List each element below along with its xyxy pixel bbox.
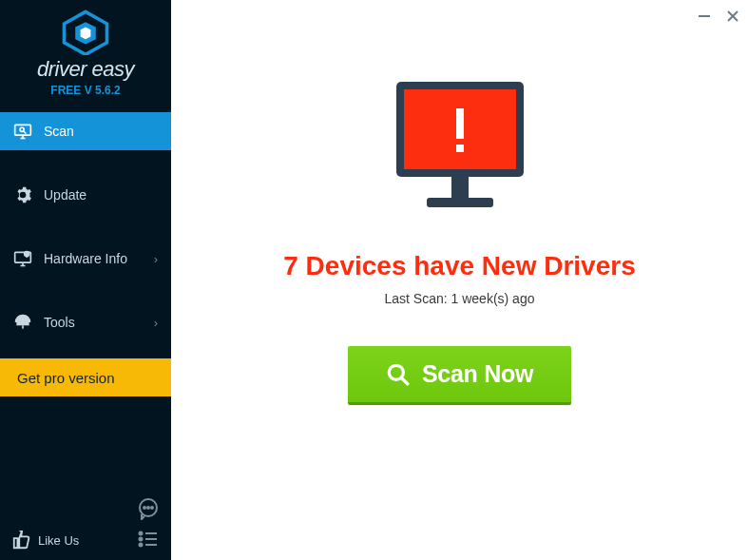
svg-point-6 — [21, 193, 25, 197]
scan-monitor-icon — [13, 122, 32, 141]
thumbs-up-icon — [11, 530, 32, 550]
svg-rect-13 — [22, 325, 24, 328]
sidebar-footer: Like Us — [0, 490, 171, 560]
nav-items: Scan Update i Hardware Info › — [0, 112, 171, 367]
svg-rect-1 — [15, 125, 31, 135]
sidebar: driver easy FREE V 5.6.2 Scan Update — [0, 0, 171, 560]
last-scan-text: Last Scan: 1 week(s) ago — [385, 291, 535, 306]
svg-rect-12 — [16, 322, 29, 325]
nav-label: Scan — [44, 124, 74, 139]
like-us-label: Like Us — [38, 533, 79, 548]
svg-point-22 — [140, 544, 143, 547]
like-us-button[interactable]: Like Us — [11, 530, 79, 550]
svg-rect-29 — [456, 108, 464, 139]
alert-monitor-illustration — [379, 74, 541, 230]
scan-now-button[interactable]: Scan Now — [348, 346, 571, 405]
nav-item-hardware-info[interactable]: i Hardware Info › — [0, 240, 171, 278]
svg-point-17 — [151, 507, 153, 509]
app-logo-icon — [60, 10, 111, 55]
svg-line-34 — [401, 377, 409, 385]
app-version: FREE V 5.6.2 — [0, 84, 171, 97]
feedback-icon[interactable] — [137, 497, 160, 520]
scan-button-label: Scan Now — [422, 360, 533, 388]
nav-label: Tools — [44, 315, 75, 330]
svg-point-15 — [144, 507, 145, 509]
svg-point-18 — [140, 532, 143, 535]
svg-rect-30 — [456, 145, 464, 152]
hardware-info-icon: i — [13, 249, 32, 268]
app-name: driver easy — [0, 57, 171, 82]
svg-point-20 — [140, 538, 143, 541]
nav-item-tools[interactable]: Tools › — [0, 303, 171, 341]
get-pro-label: Get pro version — [17, 370, 115, 386]
chevron-right-icon: › — [154, 252, 158, 266]
alert-heading: 7 Devices have New Drivers — [283, 251, 635, 281]
nav-item-scan[interactable]: Scan — [0, 112, 171, 150]
svg-point-33 — [389, 365, 403, 379]
get-pro-button[interactable]: Get pro version — [0, 358, 171, 396]
svg-point-16 — [147, 507, 149, 509]
nav-item-update[interactable]: Update — [0, 176, 171, 214]
svg-rect-31 — [451, 177, 469, 200]
nav-label: Update — [44, 187, 86, 203]
minimize-button[interactable] — [695, 8, 714, 25]
menu-list-icon[interactable] — [137, 528, 160, 550]
search-icon — [386, 362, 411, 387]
main-content: 7 Devices have New Drivers Last Scan: 1 … — [171, 0, 748, 560]
svg-point-4 — [20, 127, 24, 131]
footer-icons — [137, 497, 160, 550]
svg-line-5 — [24, 131, 27, 134]
close-button[interactable] — [723, 8, 742, 25]
gear-icon — [13, 185, 32, 204]
tools-icon — [13, 313, 32, 332]
chevron-right-icon: › — [154, 316, 158, 330]
nav-label: Hardware Info — [44, 251, 127, 266]
svg-rect-32 — [427, 198, 493, 207]
logo-area: driver easy FREE V 5.6.2 — [0, 0, 171, 105]
window-controls — [695, 8, 742, 25]
